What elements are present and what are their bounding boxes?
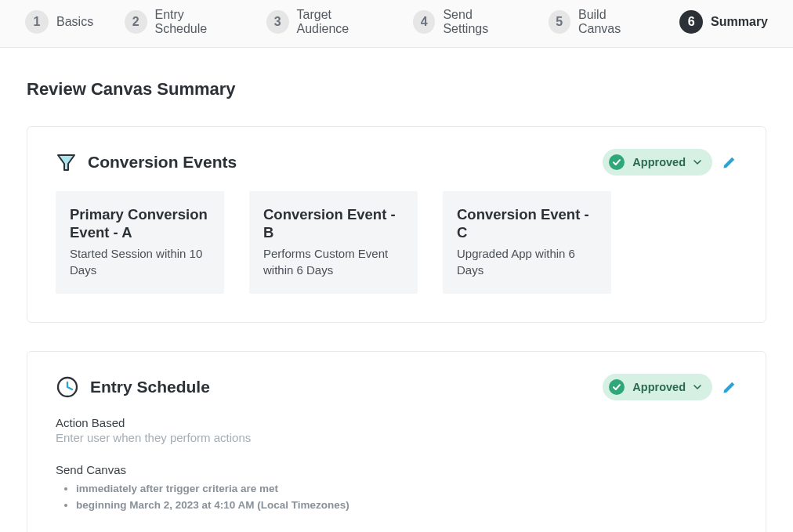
conversion-events-list: Primary Conversion Event - A Started Ses… — [56, 191, 737, 294]
card-header-right: Approved — [603, 374, 737, 400]
wizard-step-send-settings[interactable]: 4 Send Settings — [413, 8, 517, 36]
conversion-event-card: Conversion Event - B Performs Custom Eve… — [249, 191, 418, 294]
wizard-step-target-audience[interactable]: 3 Target Audience — [266, 8, 382, 36]
step-number: 2 — [125, 10, 147, 34]
card-title: Conversion Events — [88, 153, 237, 172]
clock-icon — [56, 375, 79, 399]
wizard-step-entry-schedule[interactable]: 2 Entry Schedule — [125, 8, 235, 36]
step-label: Basics — [56, 15, 93, 29]
approved-dropdown[interactable]: Approved — [603, 149, 712, 176]
event-title: Conversion Event - C — [457, 205, 597, 241]
bullet-item: immediately after trigger criteria are m… — [76, 481, 737, 498]
chevron-down-icon — [693, 383, 701, 391]
entry-schedule-card: Entry Schedule Approved Action Based E — [27, 351, 766, 532]
schedule-type-desc: Enter user when they perform actions — [56, 431, 737, 444]
card-header: Entry Schedule Approved — [56, 374, 737, 400]
step-number: 1 — [25, 10, 49, 34]
wizard-steps: 1 Basics 2 Entry Schedule 3 Target Audie… — [0, 0, 793, 48]
approved-label: Approved — [632, 156, 686, 168]
approved-dropdown[interactable]: Approved — [603, 374, 712, 400]
conversion-event-card: Primary Conversion Event - A Started Ses… — [56, 191, 224, 294]
step-number: 4 — [413, 10, 435, 34]
check-circle-icon — [609, 379, 625, 395]
wizard-step-basics[interactable]: 1 Basics — [25, 10, 93, 34]
summary-page: Review Canvas Summary Conversion Events … — [0, 48, 793, 532]
bullet-item: beginning March 2, 2023 at 4:10 AM (Loca… — [76, 498, 737, 514]
card-header-right: Approved — [603, 149, 737, 176]
edit-button[interactable] — [722, 154, 737, 170]
page-title: Review Canvas Summary — [27, 79, 766, 100]
event-title: Primary Conversion Event - A — [70, 205, 210, 241]
step-label: Target Audience — [297, 8, 382, 36]
card-header-left: Entry Schedule — [56, 375, 210, 399]
step-number: 5 — [549, 10, 570, 34]
step-number: 6 — [679, 10, 703, 34]
wizard-step-build-canvas[interactable]: 5 Build Canvas — [549, 8, 648, 36]
send-canvas-bullets: immediately after trigger criteria are m… — [56, 481, 737, 514]
funnel-icon — [56, 152, 77, 173]
event-desc: Upgraded App within 6 Days — [457, 246, 597, 278]
event-title: Conversion Event - B — [263, 205, 404, 241]
conversion-events-card: Conversion Events Approved — [27, 126, 766, 323]
step-label: Entry Schedule — [155, 8, 236, 36]
card-title: Entry Schedule — [90, 378, 210, 396]
event-desc: Performs Custom Event within 6 Days — [263, 246, 404, 278]
conversion-event-card: Conversion Event - C Upgraded App within… — [443, 191, 611, 294]
event-desc: Started Session within 10 Days — [70, 246, 210, 278]
wizard-step-summary[interactable]: 6 Summary — [679, 10, 768, 34]
step-label: Build Canvas — [578, 8, 648, 36]
edit-button[interactable] — [722, 379, 737, 395]
schedule-type-label: Action Based — [56, 416, 737, 429]
step-label: Send Settings — [443, 8, 516, 36]
check-circle-icon — [609, 154, 625, 170]
send-canvas-label: Send Canvas — [56, 463, 737, 476]
approved-label: Approved — [632, 381, 686, 393]
step-number: 3 — [266, 10, 288, 34]
card-header-left: Conversion Events — [56, 152, 237, 173]
step-label: Summary — [711, 15, 768, 29]
card-header: Conversion Events Approved — [56, 149, 737, 176]
chevron-down-icon — [693, 158, 701, 166]
